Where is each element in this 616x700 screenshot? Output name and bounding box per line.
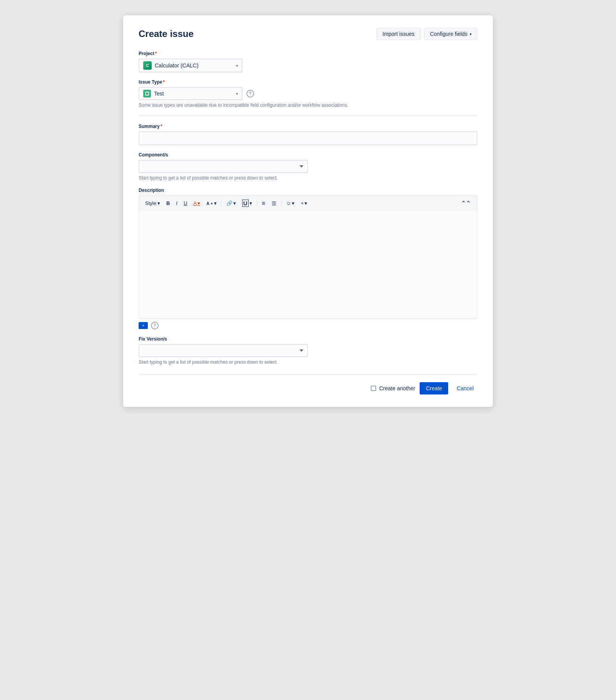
section-divider — [139, 116, 477, 116]
issue-type-info-text: Some issue types are unavailable due to … — [139, 102, 477, 108]
create-issue-dialog: Create issue Import issues Configure fie… — [123, 15, 493, 407]
toolbar-style-button[interactable]: Style ▾ — [143, 199, 162, 208]
dialog-header: Create issue Import issues Configure fie… — [139, 28, 477, 40]
toolbar-divider-1 — [221, 200, 222, 207]
fix-version-select[interactable] — [139, 344, 308, 357]
fix-version-label: Fix Version/s — [139, 336, 477, 342]
project-required-star: * — [155, 51, 157, 56]
toolbar-more-chevron-icon: ▾ — [305, 200, 307, 206]
issue-type-icon-inner — [145, 92, 149, 96]
project-chevron-icon: ▾ — [236, 64, 238, 68]
toolbar-more-button[interactable]: + ▾ — [298, 199, 310, 208]
issue-type-help-icon[interactable]: ? — [246, 90, 254, 97]
issue-type-field-group: Issue Type * Test ▾ ? Some issue types a… — [139, 79, 477, 108]
toolbar-italic-button[interactable]: I — [174, 199, 180, 208]
project-select[interactable]: C Calculator (CALC) ▾ — [139, 59, 243, 72]
cancel-button[interactable]: Cancel — [453, 382, 477, 394]
chevron-down-icon: ▾ — [470, 32, 472, 36]
components-field-group: Component/s Start typing to get a list o… — [139, 152, 477, 181]
create-another-text: Create another — [379, 385, 415, 391]
create-button[interactable]: Create — [420, 382, 448, 394]
toolbar-divider-3 — [281, 200, 281, 207]
description-footer: ≡ ? — [139, 322, 477, 329]
create-another-label[interactable]: Create another — [371, 385, 415, 391]
description-editor[interactable] — [139, 211, 477, 319]
toolbar-text-color-chevron-icon: ▾ — [198, 200, 200, 206]
description-field-group: Description Style ▾ B I U A ▾ A ▲ ▾ 🔗 ▾ — [139, 188, 477, 329]
issue-type-label: Issue Type * — [139, 79, 477, 85]
toolbar-link-button[interactable]: 🔗 ▾ — [224, 199, 238, 208]
issue-type-icon — [143, 90, 151, 97]
toolbar-table-chevron-icon: ▾ — [249, 200, 252, 206]
project-label: Project * — [139, 51, 477, 56]
configure-fields-button[interactable]: Configure fields ▾ — [424, 28, 477, 40]
dialog-title: Create issue — [139, 29, 194, 39]
issue-type-chevron-icon: ▾ — [236, 92, 238, 96]
configure-fields-label: Configure fields — [430, 31, 467, 37]
toolbar-emoji-chevron-icon: ▾ — [292, 200, 295, 206]
toolbar-text-color-button[interactable]: A ▾ — [191, 199, 203, 208]
summary-label: Summary * — [139, 124, 477, 129]
description-help-icon[interactable]: ? — [151, 322, 159, 329]
toolbar-divider-2 — [257, 200, 257, 207]
description-label: Description — [139, 188, 477, 193]
toolbar-bullet-list-button[interactable]: ≡ — [259, 198, 268, 208]
summary-field-group: Summary * — [139, 124, 477, 145]
issue-type-value: Test — [154, 91, 233, 97]
project-field-group: Project * C Calculator (CALC) ▾ — [139, 51, 477, 72]
components-label: Component/s — [139, 152, 477, 158]
toolbar-link-chevron-icon: ▾ — [233, 200, 236, 206]
issue-type-row: Test ▾ ? — [139, 87, 477, 100]
summary-required-star: * — [161, 124, 162, 129]
form-footer: Create another Create Cancel — [139, 374, 477, 394]
toolbar-underline-button[interactable]: U — [181, 199, 189, 208]
project-icon: C — [143, 61, 152, 70]
fix-version-hint: Start typing to get a list of possible m… — [139, 359, 477, 365]
toolbar-table-button[interactable]: U ▾ — [240, 198, 254, 208]
toolbar-style-chevron-icon: ▾ — [157, 200, 160, 206]
header-actions: Import issues Configure fields ▾ — [377, 28, 477, 40]
issue-type-required-star: * — [163, 79, 165, 85]
toolbar-text-size-chevron-icon: ▾ — [214, 200, 217, 206]
import-issues-button[interactable]: Import issues — [377, 28, 420, 40]
toolbar-bold-button[interactable]: B — [164, 199, 172, 208]
description-toolbar: Style ▾ B I U A ▾ A ▲ ▾ 🔗 ▾ U ▾ — [139, 195, 477, 211]
description-doc-icon[interactable]: ≡ — [139, 322, 148, 329]
create-another-checkbox[interactable] — [371, 386, 376, 391]
toolbar-text-size-button[interactable]: A ▲ ▾ — [204, 199, 219, 208]
components-select[interactable] — [139, 160, 308, 173]
toolbar-emoji-button[interactable]: ☺ ▾ — [284, 199, 297, 208]
toolbar-ordered-list-button[interactable]: ≣ — [269, 198, 279, 208]
summary-input[interactable] — [139, 131, 477, 145]
components-hint: Start typing to get a list of possible m… — [139, 175, 477, 181]
project-value: Calculator (CALC) — [155, 62, 233, 69]
fix-version-field-group: Fix Version/s Start typing to get a list… — [139, 336, 477, 365]
toolbar-collapse-button[interactable]: ⌃⌃ — [459, 198, 473, 208]
issue-type-select[interactable]: Test ▾ — [139, 87, 243, 100]
